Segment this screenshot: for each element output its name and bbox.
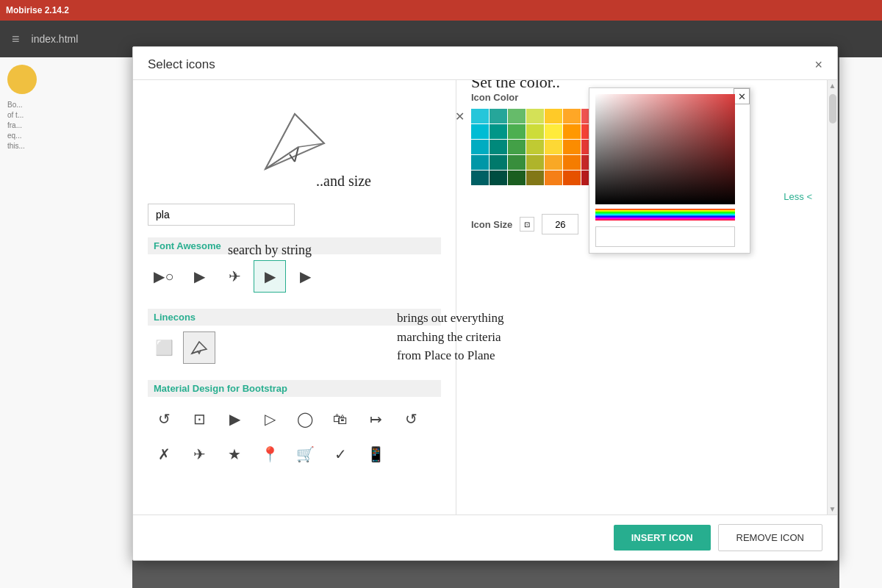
icon-cell[interactable]: ✈ bbox=[218, 260, 251, 293]
color-swatch[interactable] bbox=[545, 109, 562, 123]
color-swatch[interactable] bbox=[545, 171, 562, 185]
color-swatch[interactable] bbox=[471, 109, 489, 123]
color-swatch[interactable] bbox=[508, 171, 526, 185]
icon-cell[interactable]: ▶○ bbox=[148, 260, 180, 293]
dialog-title: Select icons bbox=[148, 57, 215, 72]
color-swatch[interactable] bbox=[545, 140, 562, 154]
icon-cell[interactable]: ✗ bbox=[148, 438, 180, 470]
color-swatch[interactable] bbox=[471, 155, 489, 170]
svg-marker-5 bbox=[192, 342, 207, 354]
material-design-icons: ↺ ⊡ ▶ ▷ ◯ 🛍 ↦ ↺ ✗ ✈ ★ 📍 🛒 ✓ � bbox=[148, 398, 441, 475]
material-design-group: Material Design for Bootstrap ↺ ⊡ ▶ ▷ ◯ … bbox=[148, 377, 441, 475]
icon-cell[interactable]: ◯ bbox=[289, 403, 321, 435]
icon-cell[interactable]: ▶ bbox=[183, 260, 215, 293]
scrollbar: ▲ ▼ bbox=[827, 80, 837, 514]
color-swatch[interactable] bbox=[508, 155, 526, 170]
icon-cell[interactable]: ▷ bbox=[254, 403, 286, 435]
font-awesome-group: Font Awesome ▶○ ▶ ✈ ▶ ▶ bbox=[148, 234, 441, 297]
scroll-thumb[interactable] bbox=[829, 94, 836, 123]
icon-preview-area bbox=[148, 92, 441, 195]
font-awesome-label: Font Awesome bbox=[148, 237, 441, 254]
advanced-picker-close-button[interactable]: ✕ bbox=[734, 88, 750, 104]
dialog-body: Font Awesome ▶○ ▶ ✈ ▶ ▶ Linecons ⬜ bbox=[133, 80, 837, 514]
color-gradient-box[interactable] bbox=[595, 94, 735, 204]
dialog-footer: INSERT ICON REMOVE ICON bbox=[133, 514, 837, 560]
icon-cell[interactable]: ⬜ bbox=[148, 331, 180, 364]
linecons-group: Linecons ⬜ bbox=[148, 306, 441, 368]
color-swatch[interactable] bbox=[563, 124, 581, 139]
page-background-right bbox=[839, 57, 882, 588]
color-swatch[interactable] bbox=[490, 109, 507, 123]
material-design-label: Material Design for Bootstrap bbox=[148, 380, 441, 397]
color-swatch[interactable] bbox=[563, 171, 581, 185]
icon-cell[interactable]: ▶ bbox=[289, 260, 321, 293]
dialog-close-button[interactable]: × bbox=[814, 58, 822, 71]
icon-cell[interactable]: 📍 bbox=[254, 438, 286, 470]
icon-cell-plane-selected[interactable] bbox=[183, 331, 215, 364]
icon-size-label: Icon Size bbox=[471, 219, 512, 230]
icon-cell[interactable]: ↺ bbox=[395, 403, 427, 435]
color-size-panel: Icon Color ✕ bbox=[456, 80, 827, 514]
icons-list-panel: Font Awesome ▶○ ▶ ✈ ▶ ▶ Linecons ⬜ bbox=[133, 80, 456, 514]
file-name-label: index.html bbox=[32, 33, 79, 45]
select-icons-dialog: Select icons × bbox=[132, 46, 838, 561]
dialog-header: Select icons × bbox=[133, 47, 837, 80]
icon-cell[interactable]: 🛍 bbox=[324, 403, 356, 435]
color-swatch[interactable] bbox=[490, 171, 507, 185]
page-background-left: Bo...of t...fra...eq...this... bbox=[0, 57, 132, 588]
color-swatch[interactable] bbox=[526, 155, 544, 170]
color-swatch[interactable] bbox=[563, 140, 581, 154]
color-swatch[interactable] bbox=[490, 140, 507, 154]
icon-cell[interactable]: ✈ bbox=[183, 438, 215, 470]
search-input[interactable] bbox=[148, 204, 295, 226]
icon-size-input[interactable] bbox=[542, 214, 578, 234]
font-awesome-icons: ▶○ ▶ ✈ ▶ ▶ bbox=[148, 256, 441, 297]
icon-cell-selected[interactable]: ▶ bbox=[254, 260, 286, 293]
hue-slider[interactable] bbox=[595, 209, 735, 220]
icon-cell[interactable]: ▶ bbox=[218, 403, 251, 435]
color-swatch[interactable] bbox=[563, 109, 581, 123]
hex-color-input[interactable] bbox=[595, 226, 735, 247]
color-swatch[interactable] bbox=[545, 124, 562, 139]
color-swatch[interactable] bbox=[545, 155, 562, 170]
icon-cell[interactable]: ↺ bbox=[148, 403, 180, 435]
color-swatch[interactable] bbox=[490, 124, 507, 139]
icon-cell[interactable]: ✓ bbox=[324, 438, 356, 470]
size-decrease-button[interactable]: ⊡ bbox=[520, 217, 534, 232]
color-swatch[interactable] bbox=[563, 155, 581, 170]
color-swatch[interactable] bbox=[471, 140, 489, 154]
color-swatch[interactable] bbox=[526, 124, 544, 139]
app-window: ≡ index.html Bo...of t...fra...eq...this… bbox=[0, 21, 882, 588]
advanced-color-picker: ✕ bbox=[589, 87, 750, 254]
icon-cell[interactable]: ★ bbox=[218, 438, 251, 470]
app-title: Mobirise 2.14.2 bbox=[6, 5, 69, 15]
color-swatch[interactable] bbox=[490, 155, 507, 170]
color-swatch[interactable] bbox=[508, 109, 526, 123]
insert-icon-button[interactable]: INSERT ICON bbox=[614, 525, 711, 551]
annotation-set-color: Set the color.. bbox=[471, 80, 560, 92]
color-swatch[interactable] bbox=[526, 109, 544, 123]
icon-cell[interactable]: 🛒 bbox=[289, 438, 321, 470]
hamburger-icon[interactable]: ≡ bbox=[12, 32, 20, 47]
color-swatch[interactable] bbox=[526, 171, 544, 185]
paper-plane-preview-icon bbox=[258, 107, 331, 180]
taskbar: Mobirise 2.14.2 bbox=[0, 0, 882, 21]
icon-cell[interactable]: ⊡ bbox=[183, 403, 215, 435]
linecons-label: Linecons bbox=[148, 309, 441, 326]
color-swatch[interactable] bbox=[471, 171, 489, 185]
color-close-x-button[interactable]: ✕ bbox=[451, 107, 468, 125]
linecons-icons: ⬜ bbox=[148, 327, 441, 368]
color-swatch[interactable] bbox=[508, 140, 526, 154]
color-swatch[interactable] bbox=[526, 140, 544, 154]
remove-icon-button[interactable]: REMOVE ICON bbox=[718, 524, 822, 551]
color-swatch[interactable] bbox=[508, 124, 526, 139]
icon-cell[interactable]: 📱 bbox=[359, 438, 392, 470]
color-swatch[interactable] bbox=[471, 124, 489, 139]
icon-cell[interactable]: ↦ bbox=[359, 403, 392, 435]
